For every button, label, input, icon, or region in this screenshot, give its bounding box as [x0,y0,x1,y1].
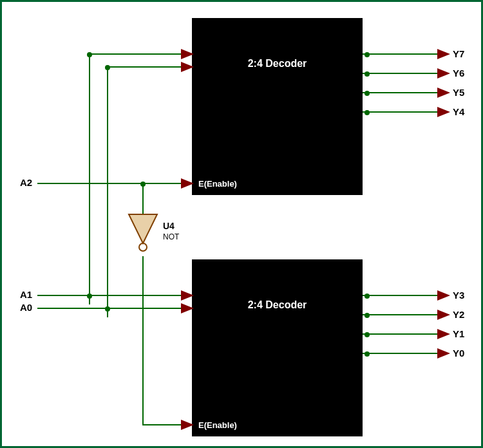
arrows-layer [2,2,483,448]
diagram-canvas: 2:4 Decoder E(Enable) 2:4 Decoder E(Enab… [0,0,483,448]
